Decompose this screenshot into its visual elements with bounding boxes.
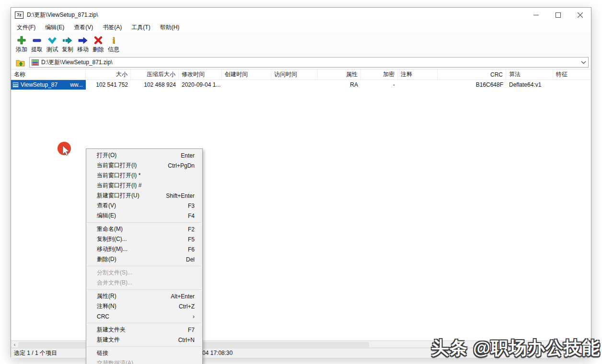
- column-header-modified[interactable]: 修改时间: [179, 69, 222, 80]
- cursor-highlight-circle: [58, 142, 71, 155]
- context-item-comment[interactable]: 注释(N)Ctrl+Z: [86, 301, 202, 311]
- folder-up-icon: [16, 58, 25, 67]
- chevron-down-icon[interactable]: [581, 61, 586, 64]
- file-name-right: ww...: [70, 81, 83, 88]
- app-icon: 7z: [15, 11, 23, 19]
- column-header-crc[interactable]: CRC: [438, 69, 506, 80]
- file-comment: [398, 80, 438, 90]
- minimize-button[interactable]: [525, 8, 547, 22]
- menu-separator: [87, 266, 201, 266]
- file-crc: B16C648F: [438, 80, 506, 90]
- file-characteristics: [553, 80, 591, 90]
- menu-bookmarks[interactable]: 书签(A): [98, 22, 127, 33]
- status-selection: 选定 1 / 1 个项目: [11, 348, 94, 358]
- column-header-name[interactable]: 名称: [11, 69, 86, 80]
- minimize-icon: [533, 12, 539, 18]
- title-bar: 7z D:\更新\ViewSetup_871.zip\: [11, 8, 591, 22]
- column-header-packed-size[interactable]: 压缩后大小: [131, 69, 179, 80]
- column-header-encrypted[interactable]: 加密: [361, 69, 398, 80]
- file-modified: 2020-09-04 1...: [179, 80, 222, 90]
- context-item-view[interactable]: 查看(V)F3: [86, 201, 202, 211]
- watermark: 头条 @职场办公技能: [431, 336, 600, 360]
- menu-edit[interactable]: 编辑(E): [40, 22, 69, 33]
- app-window: 7z D:\更新\ViewSetup_871.zip\ 文件(F) 编辑(E) …: [11, 7, 591, 357]
- move-button[interactable]: 移动: [75, 34, 91, 53]
- context-item-open-outside[interactable]: 新建窗口打开(U)Shift+Enter: [86, 191, 202, 201]
- menu-separator: [87, 346, 201, 347]
- context-item-split-file: 分割文件(S)...: [86, 268, 202, 278]
- address-combobox[interactable]: D:\更新\ViewSetup_871.zip\: [29, 57, 589, 68]
- context-item-link[interactable]: 链接: [86, 348, 202, 358]
- menu-separator: [87, 222, 201, 223]
- info-button[interactable]: i 信息: [106, 34, 121, 53]
- delete-button[interactable]: 删除: [91, 34, 106, 53]
- cursor-highlight: [57, 142, 72, 157]
- delete-x-icon: [93, 34, 103, 46]
- context-item-open-inside-hash[interactable]: 当前窗口打开(I) #: [86, 181, 202, 191]
- context-item-new-file[interactable]: 新建文件Ctrl+N: [86, 335, 202, 345]
- file-created: [222, 80, 271, 90]
- context-item-new-folder[interactable]: 新建文件夹F7: [86, 325, 202, 335]
- close-icon: [578, 12, 583, 18]
- column-header-comment[interactable]: 注释: [398, 69, 438, 80]
- column-header-size[interactable]: 大小: [86, 69, 131, 80]
- file-archive-icon: [12, 82, 19, 88]
- test-check-icon: [47, 34, 57, 46]
- info-icon: i: [112, 34, 115, 46]
- copy-arrow-icon: [62, 34, 73, 46]
- column-header-attributes[interactable]: 属性: [318, 69, 361, 80]
- maximize-button[interactable]: [547, 8, 569, 22]
- move-arrow-icon: [78, 34, 88, 46]
- up-one-level-button[interactable]: [13, 57, 27, 68]
- maximize-icon: [556, 12, 561, 18]
- extract-minus-icon: [32, 34, 42, 46]
- copy-button[interactable]: 复制: [60, 34, 75, 53]
- context-item-move-to[interactable]: 移动到(M)...F6: [86, 244, 202, 254]
- menu-help[interactable]: 帮助(H): [155, 22, 185, 33]
- add-button[interactable]: 添加: [14, 34, 29, 53]
- file-encrypted: -: [361, 80, 398, 90]
- file-name-cell[interactable]: ViewSetup_87ww...: [11, 80, 86, 90]
- context-item-open-inside[interactable]: 当前窗口打开(I)Ctrl+PgDn: [86, 160, 202, 171]
- file-size: 102 541 752: [86, 80, 131, 90]
- menu-file[interactable]: 文件(F): [12, 22, 40, 33]
- context-item-delete[interactable]: 删除(D)Del: [86, 254, 202, 264]
- address-path[interactable]: D:\更新\ViewSetup_871.zip\: [41, 58, 581, 67]
- table-row[interactable]: ViewSetup_87ww... 102 541 752 102 468 92…: [11, 80, 591, 90]
- menu-tools[interactable]: 工具(T): [127, 22, 155, 33]
- file-list: 名称 大小 压缩后大小 修改时间 创建时间 访问时间 属性 加密 注释 CRC …: [11, 69, 591, 341]
- archive-icon: [32, 59, 39, 66]
- column-headers: 名称 大小 压缩后大小 修改时间 创建时间 访问时间 属性 加密 注释 CRC …: [11, 69, 591, 80]
- column-header-method[interactable]: 算法: [506, 69, 553, 80]
- column-header-created[interactable]: 创建时间: [222, 69, 271, 80]
- column-header-characteristics[interactable]: 特征: [553, 69, 591, 80]
- file-attributes: RA: [318, 80, 361, 90]
- extract-button[interactable]: 提取: [29, 34, 45, 53]
- toolbar: 添加 提取 测试 复制 移动: [11, 33, 591, 56]
- menu-bar: 文件(F) 编辑(E) 查看(V) 书签(A) 工具(T) 帮助(H): [11, 22, 591, 33]
- test-button[interactable]: 测试: [45, 34, 60, 53]
- file-accessed: [271, 80, 318, 90]
- context-item-alternate-streams: 交替数据流(A): [86, 358, 202, 364]
- context-item-edit[interactable]: 编辑(E)F4: [86, 211, 202, 221]
- menu-view[interactable]: 查看(V): [69, 22, 98, 33]
- context-item-rename[interactable]: 重命名(M)F2: [86, 224, 202, 234]
- context-item-combine-files: 合并文件(B)...: [86, 278, 202, 288]
- menu-separator: [87, 289, 201, 290]
- address-bar: D:\更新\ViewSetup_871.zip\: [11, 56, 591, 69]
- context-item-open[interactable]: 打开(O)Enter: [86, 150, 202, 160]
- mouse-pointer-icon: [63, 146, 69, 156]
- file-packed-size: 102 468 924: [131, 80, 179, 90]
- scroll-left-button[interactable]: ‹: [11, 341, 18, 348]
- context-item-crc[interactable]: CRC›: [86, 311, 202, 321]
- context-item-properties[interactable]: 属性(R)Alt+Enter: [86, 291, 202, 301]
- file-method: Deflate64:v1: [506, 80, 553, 90]
- submenu-arrow-icon: ›: [193, 313, 195, 320]
- close-button[interactable]: [569, 8, 591, 22]
- column-header-accessed[interactable]: 访问时间: [271, 69, 318, 80]
- context-menu: 打开(O)Enter 当前窗口打开(I)Ctrl+PgDn 当前窗口打开(I) …: [86, 148, 203, 364]
- context-item-open-inside-star[interactable]: 当前窗口打开(I) *: [86, 171, 202, 181]
- context-item-copy-to[interactable]: 复制到(C)...F5: [86, 234, 202, 244]
- file-name-left: ViewSetup_87: [21, 81, 58, 88]
- menu-separator: [87, 323, 201, 323]
